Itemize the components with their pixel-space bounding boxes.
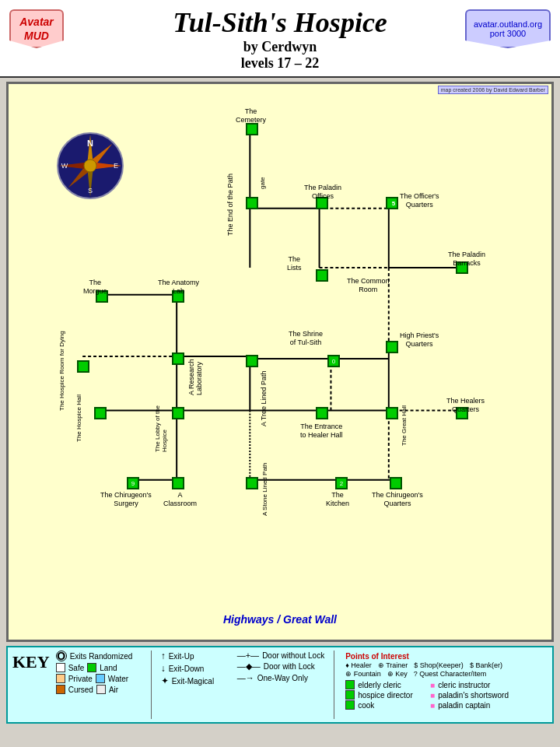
poi-shop: $ Shop(Keeper) bbox=[414, 661, 464, 669]
chirugeon-surgery-number: 9 bbox=[128, 479, 138, 489]
exits-circle: O bbox=[56, 651, 67, 661]
svg-text:E: E bbox=[114, 162, 118, 170]
key-cursed-label: Cursed bbox=[68, 686, 93, 694]
common-room-label: The CommonRoom bbox=[347, 277, 390, 294]
key-exit-down: ↓ Exit-Down bbox=[161, 663, 231, 674]
key-land-label: Land bbox=[100, 664, 117, 672]
poi-trainer: ⊕ Trainer bbox=[378, 661, 408, 669]
key-land-box bbox=[87, 663, 96, 672]
exit-up-label: Exit-Up bbox=[169, 652, 194, 661]
poi-entry-3: ■ cleric instructor bbox=[430, 680, 509, 689]
exit-down-icon: ↓ bbox=[161, 663, 166, 674]
end-of-path-label: The End of the Path bbox=[226, 158, 234, 236]
compass-rose: N S W E bbox=[55, 131, 125, 201]
room-end-of-path bbox=[246, 197, 258, 209]
poi-section: Points of Interest ♦ Healer ⊕ Trainer $ … bbox=[344, 651, 510, 719]
key-water-label: Water bbox=[108, 675, 128, 683]
key-section: KEY O Exits Randomized Safe Land Private… bbox=[6, 646, 554, 724]
server-line1: avatar.outland.org bbox=[474, 19, 542, 29]
poi-entry-1: hospice director bbox=[345, 690, 424, 700]
key-divider-1 bbox=[151, 651, 152, 719]
poi-entry-4: ■ paladin's shortsword bbox=[430, 690, 509, 700]
exit-down-label: Exit-Down bbox=[169, 665, 205, 673]
exit-up-icon: ↑ bbox=[161, 651, 166, 661]
poi-dot-1 bbox=[345, 690, 355, 700]
officers-quarters-label: The Officer'sQuarters bbox=[400, 192, 439, 209]
key-air-box bbox=[96, 685, 106, 694]
poi-title: Points of Interest bbox=[345, 652, 509, 661]
key-one-way: —→ One-Way Only bbox=[237, 673, 324, 682]
key-private-row: Private Water bbox=[56, 674, 142, 683]
key-title: KEY bbox=[12, 652, 50, 672]
paladin-barracks-label: The PaladinBarracks bbox=[448, 251, 485, 268]
key-door-lock: —◆— Door with Lock bbox=[237, 661, 324, 672]
key-cursed-row: Cursed Air bbox=[56, 685, 142, 694]
morgue-label: TheMorgue bbox=[83, 279, 107, 296]
anatomy-lab-label: The AnatomyLab bbox=[158, 279, 199, 296]
poi-entry-5: ■ paladin captain bbox=[430, 700, 509, 710]
poi-key: ⊕ Key bbox=[387, 670, 408, 678]
poi-symbols-row: ♦ Healer ⊕ Trainer $ Shop(Keeper) $ Bank… bbox=[345, 661, 509, 669]
the-lists-label: TheLists bbox=[287, 255, 302, 272]
poi-label-4: paladin's shortsword bbox=[438, 691, 509, 700]
stone-lined-path-label: A Stone Lined Path bbox=[261, 446, 268, 516]
research-lab-label: A Research Laboratory bbox=[187, 325, 203, 395]
avatar-mud-badge: Avatar MUD bbox=[9, 9, 64, 48]
door-no-lock-label: Door without Lock bbox=[262, 651, 324, 660]
room-officers-quarters: 5 bbox=[386, 197, 398, 209]
hospice-hall-label: The Hospice Hall bbox=[75, 388, 82, 442]
key-col-exits2: ↑ Exit-Up ↓ Exit-Down ✦ Exit-Magical bbox=[161, 651, 231, 719]
room-hospice-hall bbox=[94, 407, 107, 419]
key-safe-row: Safe Land bbox=[56, 663, 142, 672]
chirugeon-quarters-label: The Chirugeon'sQuarters bbox=[372, 491, 423, 508]
header: Avatar MUD Tul-Sith's Hospice by Cerdwyn… bbox=[0, 0, 560, 78]
room-classroom bbox=[172, 477, 184, 489]
poi-label-5: paladin captain bbox=[438, 701, 490, 710]
poi-entries: elderly cleric ■ cleric instructor hospi… bbox=[345, 680, 509, 710]
kitchen-label: TheKitchen bbox=[326, 491, 349, 508]
great-hall-label: The Great Hall bbox=[401, 391, 408, 446]
one-way-label: One-Way Only bbox=[257, 674, 308, 682]
door-lock-label: Door with Lock bbox=[264, 662, 315, 671]
shrine-number: 0 bbox=[329, 356, 338, 367]
key-private-box bbox=[56, 674, 65, 683]
one-way-icon: —→ bbox=[237, 673, 254, 682]
entrance-healer-label: The Entranceto Healer Hall bbox=[300, 423, 343, 440]
exits-randomized-label: Exits Randomized bbox=[70, 652, 133, 661]
svg-text:S: S bbox=[88, 187, 93, 195]
chirugeon-surgery-label: The Chirugeon'sSurgery bbox=[100, 491, 152, 508]
room-lobby bbox=[172, 407, 184, 419]
poi-fountain: ⊕ Fountain bbox=[345, 670, 381, 678]
classroom-label: AClassroom bbox=[163, 491, 197, 508]
exit-magical-label: Exit-Magical bbox=[172, 677, 214, 686]
lobby-label: The Lobby of the Hospice bbox=[154, 386, 168, 452]
poi-quest: ? Quest Character/Item bbox=[414, 670, 487, 678]
key-exit-up: ↑ Exit-Up bbox=[161, 651, 231, 661]
key-cursed-box bbox=[56, 685, 65, 694]
cemetery-label: TheCemetery bbox=[236, 107, 266, 124]
kitchen-number: 2 bbox=[337, 479, 346, 489]
room-tree-lined-path bbox=[246, 355, 258, 367]
room-research-lab bbox=[172, 352, 184, 365]
officers-number: 5 bbox=[387, 198, 400, 209]
poi-label-3: cleric instructor bbox=[438, 681, 490, 689]
key-safe-box bbox=[56, 663, 65, 672]
poi-dot-5: ■ bbox=[430, 701, 435, 710]
poi-dot-0 bbox=[345, 680, 355, 689]
poi-entry-2: cook bbox=[345, 700, 424, 710]
avatar-mud-text: Avatar MUD bbox=[19, 15, 54, 43]
room-kitchen: 2 bbox=[335, 477, 348, 489]
hospice-dying-label: The Hospice Room for Dying bbox=[58, 317, 65, 411]
exit-magical-icon: ✦ bbox=[161, 675, 169, 686]
room-stone-lined-path bbox=[246, 477, 258, 489]
key-safe-label: Safe bbox=[68, 664, 85, 672]
paladin-offices-label: The PaladinOffices bbox=[304, 184, 341, 201]
room-chirugeon-surgery: 9 bbox=[127, 477, 139, 489]
svg-text:W: W bbox=[61, 162, 68, 170]
key-door-no-lock: —+— Door without Lock bbox=[237, 651, 324, 660]
room-shrine: 0 bbox=[327, 355, 340, 367]
poi-label-1: hospice director bbox=[358, 691, 413, 700]
by-line: by Cerdwyn bbox=[243, 39, 317, 54]
key-divider-2 bbox=[334, 651, 334, 719]
poi-label-0: elderly cleric bbox=[358, 681, 401, 689]
